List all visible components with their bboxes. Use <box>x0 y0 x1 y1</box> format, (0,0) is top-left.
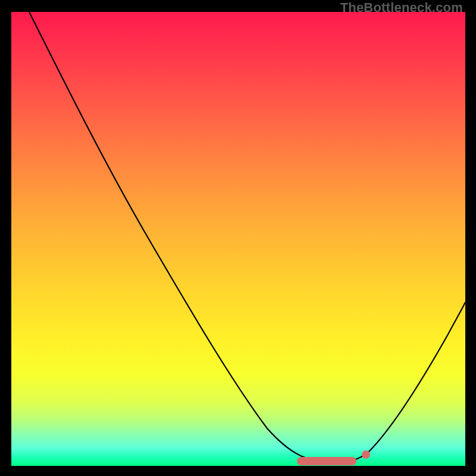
watermark-text: TheBottleneck.com <box>340 0 463 15</box>
bottleneck-curve-svg <box>11 12 465 466</box>
optimal-range-pill <box>297 457 356 465</box>
chart-plot-area <box>11 12 465 466</box>
marker-dot <box>362 450 370 459</box>
bottleneck-curve <box>29 12 465 462</box>
